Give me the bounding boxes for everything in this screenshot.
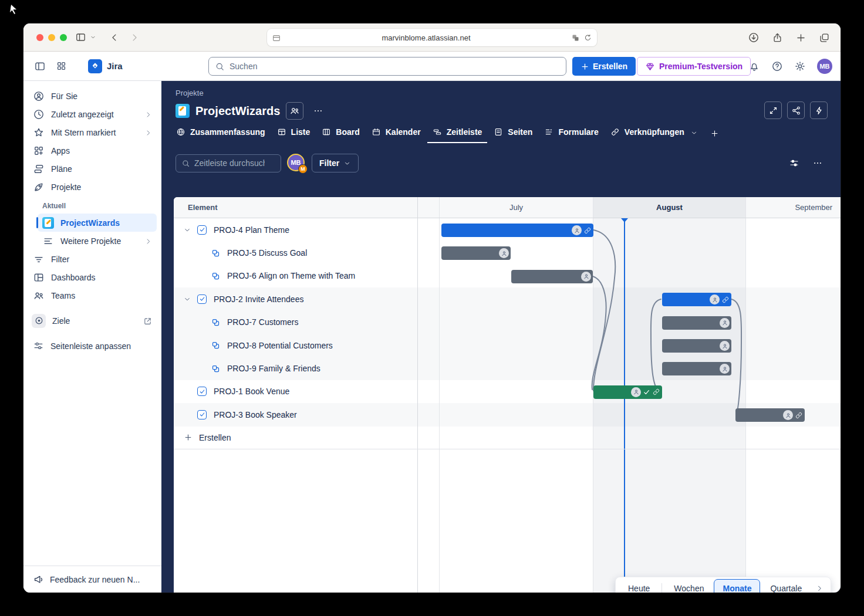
- project-members-button[interactable]: [286, 102, 303, 120]
- sidebar-item-zuletzt-angezeigt[interactable]: Zuletzt angezeigt: [28, 105, 157, 123]
- sidebar-chevron-icon[interactable]: [90, 34, 96, 40]
- gantt-bar-proj-1[interactable]: [593, 385, 662, 399]
- sidebar-item-mit-stern-markiert[interactable]: Mit Stern markiert: [28, 123, 157, 141]
- share-project-button[interactable]: [787, 101, 805, 119]
- tab-zeitleiste[interactable]: Zeitleiste: [427, 123, 488, 143]
- timeline-row-proj-6[interactable]: PROJ-6Align on Theme with Team: [174, 265, 417, 287]
- gantt-bar-proj-3[interactable]: [735, 408, 805, 422]
- minimize-window-button[interactable]: [48, 34, 55, 41]
- automation-button[interactable]: [810, 101, 828, 119]
- timeline-row-proj-4[interactable]: PROJ-4Plan Theme: [174, 218, 417, 241]
- address-bar[interactable]: marvinblome.atlassian.net: [267, 29, 597, 46]
- view-wochen-button[interactable]: Wochen: [665, 579, 713, 593]
- gantt-bar-proj-6[interactable]: [511, 270, 593, 283]
- timeline-row-proj-5[interactable]: PROJ-5Discuss Goal: [174, 241, 417, 264]
- view-quartale-button[interactable]: Quartale: [761, 579, 811, 593]
- timeline-row-proj-3[interactable]: PROJ-3Book Speaker: [174, 403, 417, 426]
- global-search[interactable]: [208, 57, 566, 76]
- sidebar-item-teams[interactable]: Teams: [28, 286, 157, 304]
- checkbox-checked-icon[interactable]: [197, 387, 207, 396]
- sidebar-item-weitere-projekte[interactable]: Weitere Projekte: [38, 232, 157, 250]
- tab-kalender[interactable]: Kalender: [366, 123, 426, 143]
- share-button[interactable]: [772, 32, 783, 43]
- translate-icon[interactable]: [571, 32, 580, 43]
- gantt-bar-proj-4[interactable]: [441, 224, 593, 237]
- checkbox-checked-icon[interactable]: [197, 225, 207, 235]
- done-check-icon: [643, 388, 650, 396]
- timeline-row-proj-8[interactable]: PROJ-8Potential Customers: [174, 334, 417, 357]
- close-window-button[interactable]: [36, 34, 43, 41]
- timeline-search[interactable]: [176, 154, 281, 172]
- sidebar-item-ziele[interactable]: Ziele: [28, 312, 157, 330]
- view-heute-button[interactable]: Heute: [619, 579, 659, 593]
- element-list: PROJ-4Plan Theme PROJ-5Discuss Goal PROJ…: [174, 218, 418, 593]
- link-icon: [795, 411, 803, 419]
- assignee-filter-avatar[interactable]: MB M: [288, 155, 305, 171]
- sidebar-item-apps[interactable]: Apps: [28, 141, 157, 160]
- reload-icon[interactable]: [583, 32, 592, 43]
- sidebar-item-projekte[interactable]: Projekte: [28, 178, 157, 196]
- url-text[interactable]: marvinblome.atlassian.net: [281, 33, 571, 42]
- sidebar-item-fuer-sie[interactable]: Für Sie: [28, 87, 157, 105]
- feedback-link[interactable]: Feedback zur neuen N...: [23, 566, 161, 593]
- gantt-bar-proj-8[interactable]: [662, 339, 731, 353]
- browser-sidebar-toggle[interactable]: [75, 32, 86, 43]
- filter-dropdown[interactable]: Filter: [312, 154, 359, 172]
- timeline-more-button[interactable]: [808, 154, 826, 172]
- timeline-row-proj-2[interactable]: PROJ-2Invite Attendees: [174, 287, 417, 310]
- subtask-icon: [211, 364, 220, 373]
- project-more-button[interactable]: [309, 102, 327, 120]
- timeline-row-proj-9[interactable]: PROJ-9Family & Friends: [174, 357, 417, 380]
- downloads-button[interactable]: [748, 32, 760, 43]
- fullscreen-button[interactable]: [764, 101, 782, 119]
- tab-overview-button[interactable]: [819, 32, 830, 43]
- collapse-chevron-icon[interactable]: [183, 226, 191, 234]
- reader-icon[interactable]: [272, 32, 281, 43]
- view-settings-button[interactable]: [785, 154, 803, 172]
- chevron-right-icon: [144, 110, 152, 119]
- gantt-chart: [418, 218, 841, 593]
- star-icon: [33, 127, 45, 138]
- sidebar-item-dashboards[interactable]: Dashboards: [28, 268, 157, 286]
- sidebar-item-filter[interactable]: Filter: [28, 250, 157, 268]
- zoom-window-button[interactable]: [60, 34, 67, 41]
- tab-zusammenfassung[interactable]: Zusammenfassung: [171, 123, 271, 143]
- gantt-bar-proj-2[interactable]: [662, 293, 731, 306]
- create-row-button[interactable]: Erstellen: [174, 427, 841, 449]
- add-tab-button[interactable]: [704, 124, 725, 142]
- collapse-sidebar-button[interactable]: [34, 60, 46, 72]
- browser-forward-button[interactable]: [129, 32, 140, 43]
- user-avatar[interactable]: MB: [817, 59, 832, 74]
- gantt-bar-proj-7[interactable]: [662, 316, 731, 330]
- jira-logo[interactable]: [88, 59, 102, 73]
- settings-icon[interactable]: [794, 60, 806, 72]
- tab-verknuepfungen[interactable]: Verknüpfungen: [605, 123, 703, 143]
- new-tab-button[interactable]: [795, 32, 806, 43]
- timeline-row-proj-7[interactable]: PROJ-7Customers: [174, 311, 417, 334]
- browser-back-button[interactable]: [109, 32, 120, 43]
- tab-seiten[interactable]: Seiten: [488, 123, 538, 143]
- notifications-icon[interactable]: [748, 60, 760, 72]
- tab-board[interactable]: Board: [316, 123, 365, 143]
- collapse-chevron-icon[interactable]: [183, 295, 191, 303]
- breadcrumb[interactable]: Projekte: [176, 89, 204, 97]
- global-search-input[interactable]: [230, 62, 560, 71]
- app-switcher-button[interactable]: [56, 60, 67, 72]
- checkbox-checked-icon[interactable]: [197, 295, 207, 304]
- tab-liste[interactable]: Liste: [272, 123, 316, 143]
- sidebar-item-projectwizards[interactable]: ProjectWizards: [38, 214, 157, 232]
- timeline-search-input[interactable]: [194, 158, 265, 168]
- create-button[interactable]: Erstellen: [572, 57, 636, 76]
- gantt-bar-proj-9[interactable]: [662, 362, 731, 375]
- help-icon[interactable]: [771, 60, 783, 72]
- chevron-right-icon[interactable]: [812, 584, 827, 593]
- sidebar-item-seitenleiste-anpassen[interactable]: Seitenleiste anpassen: [28, 337, 157, 355]
- checkbox-checked-icon[interactable]: [197, 410, 207, 419]
- window-controls[interactable]: [36, 34, 67, 41]
- premium-trial-button[interactable]: Premium-Testversion: [637, 57, 751, 76]
- gantt-bar-proj-5[interactable]: [441, 246, 511, 260]
- view-monate-button[interactable]: Monate: [714, 579, 760, 593]
- sidebar-item-plaene[interactable]: Pläne: [28, 160, 157, 178]
- tab-formulare[interactable]: Formulare: [539, 123, 603, 143]
- timeline-row-proj-1[interactable]: PROJ-1Book Venue: [174, 380, 417, 403]
